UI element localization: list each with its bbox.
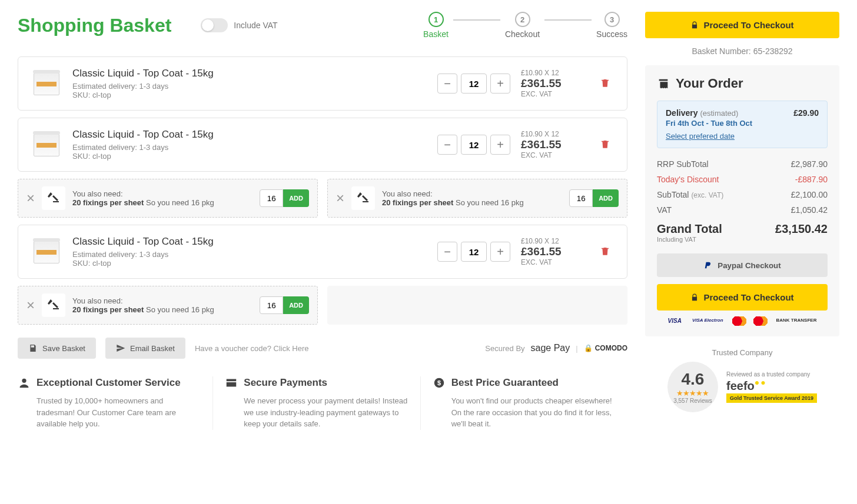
addon-bold: 20 fixings per sheet	[382, 198, 453, 207]
addon-empty-slot	[327, 286, 627, 325]
reviews-count: 3,557 Reviews	[673, 398, 712, 404]
trash-icon	[600, 246, 610, 256]
rating-stars: ★★★★★	[676, 389, 709, 398]
addon-thumb	[351, 186, 375, 210]
product-name[interactable]: Classic Liquid - Top Coat - 15kg	[72, 68, 427, 79]
subtotal-muted: (exc. VAT)	[691, 191, 723, 199]
qty-input[interactable]	[461, 135, 487, 155]
exvat-label: EXC. VAT	[521, 90, 586, 98]
feature-title: Exceptional Customer Service	[36, 377, 181, 389]
addon-qty-input[interactable]	[569, 189, 593, 207]
qty-minus-button[interactable]: −	[437, 242, 457, 262]
trusted-company: Trusted Company 4.6 ★★★★★ 3,557 Reviews …	[645, 348, 839, 412]
paypal-icon	[703, 261, 713, 270]
mastercard-icon	[732, 316, 747, 326]
addon-close-button[interactable]: ×	[26, 298, 35, 312]
delivery-box: Delivery (estimated) £29.90 Fri 4th Oct …	[657, 101, 828, 148]
lock-icon	[690, 293, 699, 302]
subtotal-value: £2,100.00	[791, 190, 828, 199]
addon-intro: You also need:	[382, 189, 562, 198]
product-name[interactable]: Classic Liquid - Top Coat - 15kg	[72, 129, 427, 141]
save-basket-button[interactable]: Save Basket	[18, 338, 96, 359]
remove-item-button[interactable]	[596, 242, 614, 262]
qty-input[interactable]	[461, 242, 487, 262]
qty-minus-button[interactable]: −	[437, 135, 457, 155]
comodo-logo: COMODO	[584, 344, 627, 352]
email-basket-button[interactable]: Email Basket	[105, 338, 185, 359]
paypal-checkout-button[interactable]: Paypal Checkout	[657, 253, 828, 277]
cart-item: Classic Liquid - Top Coat - 15kg Estimat…	[18, 118, 627, 172]
addon-thumb	[42, 186, 65, 210]
secured-by-label: Secured By	[485, 344, 524, 353]
checkout-button-bottom[interactable]: Proceed To Checkout	[657, 284, 828, 311]
rrp-label: RRP SubTotal	[657, 159, 709, 169]
delivery-date-link[interactable]: Select prefered date	[666, 132, 735, 141]
remove-item-button[interactable]	[596, 135, 614, 155]
discount-value: -£887.90	[795, 175, 828, 184]
addon-close-button[interactable]: ×	[336, 191, 344, 205]
qty-input[interactable]	[461, 74, 487, 94]
addon-rest: So you need 16 pkg	[144, 305, 214, 314]
step-1-label: Basket	[423, 29, 449, 39]
product-thumb	[31, 129, 62, 160]
maestro-icon	[753, 316, 768, 326]
vat-value: £1,050.42	[791, 205, 828, 215]
line-total: £361.55	[521, 77, 586, 90]
paypal-label: Paypal Checkout	[718, 261, 780, 270]
feefo-logo: feefo	[726, 378, 817, 393]
visa-icon: VISA	[666, 316, 684, 326]
vat-toggle[interactable]	[201, 18, 228, 32]
addon-bold: 20 fixings per sheet	[72, 305, 144, 314]
step-3-circle: 3	[604, 12, 620, 27]
addon-card: × You also need: 20 fixings per sheet So…	[327, 179, 627, 218]
line-total: £361.55	[521, 138, 586, 151]
delivery-price: £29.90	[793, 108, 819, 118]
line-total: £361.55	[521, 245, 586, 258]
save-icon	[28, 343, 38, 353]
feature-secure-payments: Secure Payments We never process your pa…	[213, 376, 420, 430]
product-thumb	[31, 68, 62, 99]
checkout-button-top[interactable]: Proceed To Checkout	[645, 12, 839, 38]
feature-body: Trusted by 10,000+ homeowners and trades…	[36, 395, 201, 430]
addon-qty-input[interactable]	[260, 189, 283, 207]
qty-plus-button[interactable]: +	[490, 242, 510, 262]
feature-title: Secure Payments	[244, 377, 327, 389]
trash-icon	[600, 139, 610, 149]
addon-close-button[interactable]: ×	[26, 191, 35, 205]
sagepay-logo: sage Pay	[531, 343, 570, 353]
addon-qty-input[interactable]	[260, 296, 283, 314]
delivery-estimated: (estimated)	[700, 109, 738, 118]
visa-electron-icon: VISA Electron	[690, 316, 726, 326]
addon-rest: So you need 16 pkg	[144, 198, 214, 207]
users-icon	[18, 376, 31, 389]
feature-best-price: $Best Price Guaranteed You won't find ou…	[421, 376, 627, 430]
qty-plus-button[interactable]: +	[490, 74, 510, 94]
addon-add-button[interactable]: ADD	[593, 189, 619, 207]
grand-total-value: £3,150.42	[775, 222, 828, 236]
checkout-label: Proceed To Checkout	[703, 20, 793, 30]
remove-item-button[interactable]	[596, 74, 614, 94]
voucher-link[interactable]: Have a voucher code? Click Here	[195, 344, 309, 353]
vat-toggle-label: Include VAT	[234, 21, 277, 30]
price-icon: $	[433, 376, 446, 389]
cart-item: Classic Liquid - Top Coat - 15kg Estimat…	[18, 225, 627, 279]
product-thumb	[31, 236, 62, 267]
cart-item: Classic Liquid - Top Coat - 15kg Estimat…	[18, 56, 627, 111]
addon-add-button[interactable]: ADD	[283, 189, 309, 207]
delivery-label: Delivery	[666, 108, 697, 118]
product-sku: SKU: cl-top	[72, 259, 427, 268]
addon-add-button[interactable]: ADD	[283, 296, 309, 314]
product-sku: SKU: cl-top	[72, 91, 427, 99]
order-title: Your Order	[657, 76, 828, 91]
unit-price: £10.90 X 12	[521, 237, 586, 245]
vat-label: VAT	[657, 205, 672, 215]
email-basket-label: Email Basket	[130, 344, 175, 353]
exvat-label: EXC. VAT	[521, 258, 586, 266]
qty-plus-button[interactable]: +	[490, 135, 510, 155]
qty-minus-button[interactable]: −	[437, 74, 457, 94]
feefo-subtitle: Reviewed as a trusted company	[726, 371, 817, 378]
product-name[interactable]: Classic Liquid - Top Coat - 15kg	[72, 236, 427, 248]
step-2-label: Checkout	[505, 29, 540, 39]
trash-icon	[600, 78, 610, 88]
subtotal-label: SubTotal	[657, 190, 691, 199]
